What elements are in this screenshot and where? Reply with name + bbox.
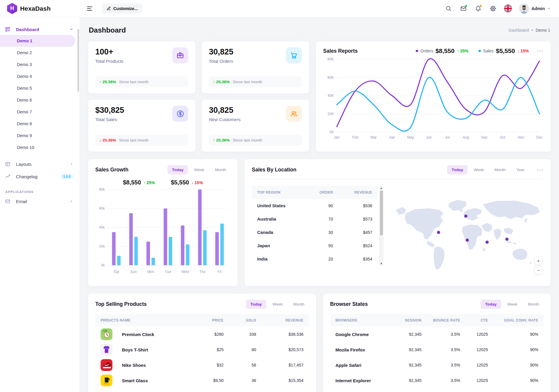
scroll-up-icon[interactable]: ▲ (380, 187, 383, 189)
sales-reports-line-chart[interactable]: 0K20K40K60K80KJanFebMarAprMayJunJulAugSe… (323, 54, 544, 141)
product-thumbnail-tshirt-thumb (101, 344, 112, 356)
user-menu[interactable]: Admin (519, 4, 551, 14)
map-zoom-out-button[interactable]: − (534, 266, 542, 274)
scrollbar-thumb[interactable] (380, 191, 383, 235)
svg-text:Jan: Jan (334, 135, 339, 139)
product-sold: 58 (229, 363, 262, 367)
growth-stat-value: $8,550 (123, 179, 141, 186)
browser-name: Mozila Firefox (330, 347, 388, 352)
stat-card-total-orders: 30,825 Total Orders ↑ 25.36% Since last … (202, 41, 309, 93)
sidebar-item-demo-5[interactable]: Demo 5 (0, 82, 75, 94)
sidebar-item-changelog[interactable]: Changelog 1.0.0 (0, 171, 80, 182)
location-revenue: $573 (338, 217, 378, 221)
sidebar-item-dashboard[interactable]: Dashboard (0, 24, 80, 35)
tab-week[interactable]: Week (503, 300, 522, 309)
trend-value: ↑ 25.36% (213, 80, 230, 84)
tab-week[interactable]: Week (268, 300, 287, 309)
world-map[interactable]: + − (391, 186, 544, 282)
search-icon[interactable] (445, 5, 452, 12)
chevron-down-icon (547, 7, 551, 10)
brand-logo[interactable]: H HexaDash (7, 3, 81, 14)
sidebar-item-demo-8[interactable]: Demo 8 (0, 118, 75, 130)
changelog-trend-icon (5, 174, 10, 179)
tab-today[interactable]: Today (246, 300, 266, 309)
ellipsis-icon[interactable]: ⋯ (537, 49, 544, 52)
tab-today[interactable]: Today (167, 165, 188, 174)
browser-goal-conv-rate: 90% (493, 332, 544, 337)
map-zoom-in-button[interactable]: + (534, 257, 542, 265)
product-sold: 80 (229, 347, 262, 352)
sidebar-demo-list: Demo 1Demo 2Demo 3Demo 4Demo 5Demo 6Demo… (0, 35, 80, 153)
location-table-scrollbar[interactable]: ▲ ▼ (379, 186, 384, 266)
browser-states-card: Browser States TodayWeekMonth BROWSERSSE… (323, 294, 551, 392)
chevron-down-icon (70, 28, 73, 31)
sidebar-changelog-label: Changelog (16, 174, 38, 179)
tab-week[interactable]: Week (190, 165, 209, 174)
sidebar-item-demo-2[interactable]: Demo 2 (0, 47, 75, 59)
product-name-cell: Nike Shoes (95, 359, 196, 371)
scroll-down-icon[interactable]: ▼ (380, 262, 383, 265)
ellipsis-icon[interactable]: ⋯ (537, 168, 544, 171)
tab-month[interactable]: Month (523, 300, 544, 309)
line-series-orders (337, 59, 539, 126)
sidebar-item-layouts[interactable]: Layouts (0, 158, 80, 170)
sidebar-item-demo-9[interactable]: Demo 9 (0, 130, 75, 142)
sidebar-item-demo-7[interactable]: Demo 7 (0, 106, 75, 118)
tab-week[interactable]: Week (469, 165, 488, 174)
tab-today[interactable]: Today (447, 165, 468, 174)
location-col-header: REVENUE (338, 190, 378, 195)
menu-toggle-icon[interactable] (85, 5, 94, 12)
svg-text:60k: 60k (99, 206, 105, 211)
product-name-cell: Premium Clock (95, 328, 196, 340)
sidebar-item-demo-1[interactable]: Demo 1 (0, 35, 75, 47)
sidebar-item-demo-6[interactable]: Demo 6 (0, 94, 75, 106)
product-thumbnail-clock-thumb (101, 328, 112, 340)
stat-label: New Customers (209, 117, 241, 122)
sales-growth-bar-chart[interactable]: 0k20k40k60k80kSatSunMonTueWedThuFri (95, 186, 231, 275)
legend-change: ↑ 25% (457, 49, 468, 53)
sales-growth-tabs: TodayWeekMonth (167, 165, 231, 174)
sidebar-item-demo-10[interactable]: Demo 10 (0, 142, 75, 153)
mail-icon[interactable] (460, 5, 467, 12)
breadcrumb-parent[interactable]: Dashboard (509, 28, 529, 33)
tab-month[interactable]: Month (490, 165, 510, 174)
customize-button[interactable]: Customize... (102, 4, 142, 14)
product-sold: 36 (229, 378, 262, 383)
bar-orders-sat (112, 232, 116, 265)
email-icon (5, 199, 10, 204)
bell-notification-dot (480, 5, 482, 7)
product-row: Nike Shoes$3258$17,457 (95, 357, 309, 373)
sidebar-item-demo-4[interactable]: Demo 4 (0, 70, 75, 82)
location-order: 30 (311, 230, 338, 235)
gear-icon[interactable] (489, 5, 497, 12)
browser-goal-conv-rate: 90% (493, 347, 544, 352)
browser-goal-conv-rate: 90% (493, 378, 544, 383)
bar-sales-fri (220, 224, 224, 265)
map-location-marker[interactable] (437, 231, 440, 234)
language-uk-flag-icon[interactable] (504, 4, 512, 12)
trend-pill: ↑ 25.36% Since last month (209, 76, 302, 87)
svg-text:80k: 80k (99, 187, 105, 192)
top-selling-title: Top Selling Products (95, 301, 147, 307)
chevron-right-icon (70, 163, 73, 166)
sidebar-item-email[interactable]: Email (0, 195, 80, 207)
sidebar: Dashboard Demo 1Demo 2Demo 3Demo 4Demo 5… (0, 17, 80, 392)
stat-value: 100+ (95, 47, 123, 57)
trend-value: ↑ 25.36% (213, 138, 230, 142)
tab-month[interactable]: Month (289, 300, 309, 309)
sales-reports-legend: Orders$8,550↑ 25%Sales$5,550↓ 15% (416, 47, 529, 54)
sidebar-scrollbar[interactable] (78, 29, 79, 92)
trend-caption: Since last month (119, 138, 149, 142)
browser-row: Apple Safari92,3453.5%1202590% (330, 357, 544, 373)
bell-icon[interactable] (474, 5, 482, 12)
map-location-marker[interactable] (486, 241, 489, 244)
sales-by-location-title: Sales By Location (252, 167, 297, 173)
tab-today[interactable]: Today (481, 300, 501, 309)
products-col-header: SOLD (229, 318, 262, 322)
users-icon (286, 106, 302, 122)
legend-dot (416, 50, 418, 52)
sidebar-item-demo-3[interactable]: Demo 3 (0, 59, 75, 70)
tab-month[interactable]: Month (210, 165, 231, 174)
page-title: Dashboard (89, 26, 126, 34)
tab-year[interactable]: Year (512, 165, 529, 174)
